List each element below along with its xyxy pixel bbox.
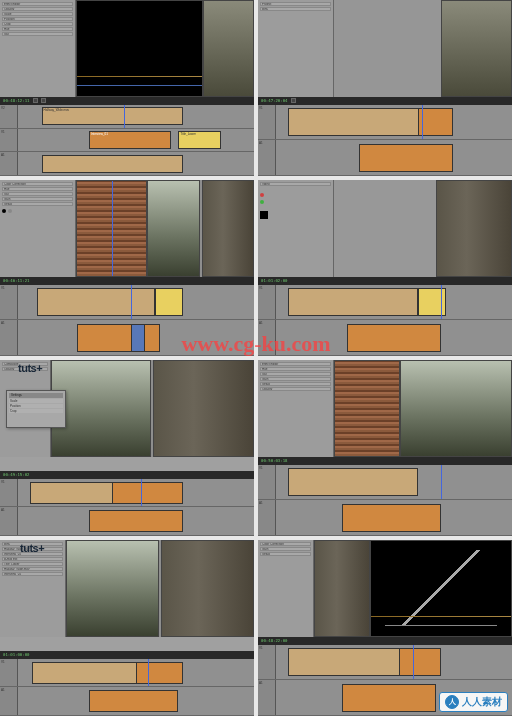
timecode-display: 00:47:20:04 — [261, 98, 288, 103]
dot-red[interactable] — [260, 193, 264, 197]
param-hue[interactable]: Hue — [2, 27, 73, 31]
brand-text: 人人素材 — [462, 695, 502, 709]
preview-right — [153, 360, 254, 457]
clip-video[interactable]: Hallway_Wide.mov — [42, 107, 184, 125]
panel-1: Effect Editor Opacity Scale Position Cro… — [0, 0, 254, 176]
curves-graph[interactable] — [76, 0, 203, 97]
waveform-scope — [334, 360, 400, 457]
preview-a — [147, 180, 199, 277]
empty-canvas — [334, 0, 441, 97]
clip-title[interactable]: Title_Lower — [178, 131, 220, 149]
panel-3: Color Correction Hue Sat Gain Setup 00:4… — [0, 180, 254, 356]
panel-4: Video 01:01:02:00 V1 A1 — [258, 180, 512, 356]
timecode-display: 00:48:12:11 — [3, 98, 30, 103]
timeline-tracks[interactable]: V1 A1 — [0, 285, 254, 356]
swatch-black[interactable] — [2, 209, 6, 213]
timeline-tracks[interactable]: V2Hallway_Wide.mov V1Interview_01Title_L… — [0, 105, 254, 176]
param-crop[interactable]: Crop — [2, 22, 73, 26]
track-header-a1[interactable]: A1 — [0, 152, 18, 175]
reference-monitor — [314, 540, 370, 637]
play-button[interactable] — [33, 98, 38, 103]
clip-video[interactable]: Interview_01 — [89, 131, 172, 149]
clip-audio[interactable] — [42, 155, 184, 173]
indicator-dots — [260, 193, 331, 197]
play-button[interactable] — [291, 98, 296, 103]
timeline-tracks[interactable]: V1 A1 — [258, 105, 512, 176]
track-header-v1[interactable]: V1 — [0, 129, 18, 152]
preview-b — [202, 180, 254, 277]
brand-icon: 人 — [445, 695, 459, 709]
scope-display — [76, 180, 147, 277]
record-monitor — [436, 180, 512, 277]
param-sat[interactable]: Sat — [2, 32, 73, 36]
preview-thumbnail — [203, 0, 254, 97]
project-panel: Project Bins — [258, 0, 334, 97]
empty-canvas — [334, 180, 436, 277]
clip-audio[interactable] — [359, 144, 453, 172]
monitor-a — [66, 540, 159, 637]
timecode-bar: 00:47:20:04 — [258, 97, 512, 105]
panel-6: Effect Editor Hue Sat Gain Setup Opacity… — [258, 360, 512, 536]
curves-editor[interactable] — [370, 540, 512, 637]
monitor-b — [161, 540, 254, 637]
video-panel: Video — [258, 180, 334, 277]
playhead[interactable] — [422, 105, 423, 140]
panel-8: Color Correction Gain Setup 00:48:22:00 … — [258, 540, 512, 716]
screenshot-grid: Effect Editor Opacity Scale Position Cro… — [0, 0, 512, 716]
source-monitor — [441, 0, 512, 97]
timecode-bar: 00:48:12:11 — [0, 97, 254, 105]
param-scale[interactable]: Scale — [2, 12, 73, 16]
panel-5: Composite Opacity Settings Scale Positio… — [0, 360, 254, 536]
dot-green[interactable] — [260, 200, 264, 204]
panel-7: Bins Hallway_Wide.mov Interview_01 B-Rol… — [0, 540, 254, 716]
panel-title: Project — [260, 2, 331, 6]
source-brand-badge: 人 人人素材 — [439, 692, 508, 712]
floating-settings-window[interactable]: Settings Scale Position Crop — [6, 390, 66, 428]
panel-title: Effect Editor — [2, 2, 73, 6]
effect-params-panel: Effect Editor Opacity Scale Position Cro… — [0, 0, 76, 97]
tuts-logo: tuts+ — [20, 542, 44, 554]
playhead[interactable] — [124, 105, 125, 128]
track-header-v2[interactable]: V2 — [0, 105, 18, 128]
panel-2: Project Bins 00:47:20:04 V1 A1 — [258, 0, 512, 176]
param-opacity[interactable]: Opacity — [2, 7, 73, 11]
program-monitor — [400, 360, 512, 457]
param-position[interactable]: Position — [2, 17, 73, 21]
tuts-logo: tuts+ — [18, 362, 42, 374]
black-swatch[interactable] — [260, 211, 268, 219]
stop-button[interactable] — [41, 98, 46, 103]
bin-row[interactable]: Bins — [260, 7, 331, 11]
swatch-gray[interactable] — [8, 209, 12, 213]
color-panel: Color Correction Hue Sat Gain Setup — [0, 180, 76, 277]
bin-panel: Bins Hallway_Wide.mov Interview_01 B-Rol… — [0, 540, 66, 637]
color-swatches — [2, 209, 73, 213]
